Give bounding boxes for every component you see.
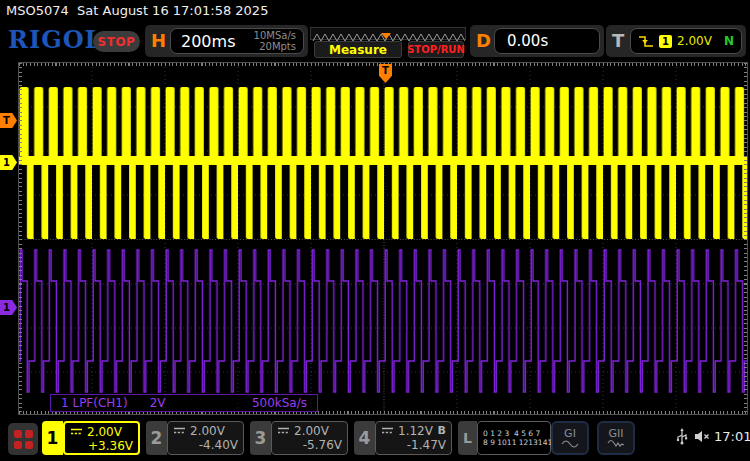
- usb-icon: [676, 428, 688, 445]
- channel-3-offset: -5.76V: [277, 438, 342, 453]
- channel-1-scale: 2.00V: [87, 425, 122, 439]
- horizontal-settings-panel[interactable]: H 200ms 10MSa/s 20Mpts: [145, 25, 308, 57]
- channel-4-badge[interactable]: 4 1.12V B -1.47V: [354, 421, 452, 455]
- generator-2-button[interactable]: GII: [597, 421, 635, 455]
- channel-1-offset: +3.36V: [70, 439, 133, 454]
- trigger-pill[interactable]: 1 2.00V N: [630, 28, 742, 54]
- channel-4-number: 4: [354, 421, 375, 455]
- math-function: 1 LPF(CH1): [61, 396, 128, 410]
- window-title: MSO5074 Sat August 16 17:01:58 2025: [6, 3, 268, 18]
- measure-button[interactable]: Measure: [314, 41, 402, 58]
- ch1-ground-marker[interactable]: 1: [0, 155, 17, 170]
- generator-1-label: GI: [564, 428, 576, 439]
- menu-grid-icon: [14, 430, 22, 438]
- waveform-traces: [19, 63, 747, 414]
- logic-analyzer-badge[interactable]: L 0 1 2 3 4 5 6 7 8 9 1011 12131415: [458, 421, 551, 455]
- logic-channels-row2: 8 9 1011 12131415: [483, 438, 550, 447]
- channel-1-badge[interactable]: 1 2.00V +3.36V: [42, 421, 140, 455]
- math-scale: 2V: [150, 396, 166, 410]
- channel-4-scale: 1.12V: [398, 424, 433, 438]
- waveform-display: T: [18, 62, 748, 415]
- logic-label: L: [458, 421, 477, 455]
- channel-2-badge[interactable]: 2 2.00V -4.40V: [146, 421, 244, 455]
- channel-4-offset: -1.47V: [381, 438, 446, 453]
- math-trace: [19, 63, 747, 414]
- delay-value: 0.00s: [507, 32, 548, 50]
- channel-2-number: 2: [146, 421, 167, 455]
- trigger-sweep-mode: N: [724, 34, 734, 48]
- delay-panel[interactable]: D 0.00s: [470, 25, 604, 57]
- falling-edge-icon: [638, 35, 654, 48]
- channel-3-scale: 2.00V: [294, 424, 329, 438]
- graticule-ticks-left: [19, 63, 22, 414]
- horizontal-label: H: [151, 30, 166, 51]
- timebase-value: 200ms: [181, 32, 235, 51]
- speaker-muted-icon: [694, 430, 711, 443]
- rigol-logo: RIGOL: [8, 25, 102, 54]
- oscilloscope-screen: MSO5074 Sat August 16 17:01:58 2025 RIGO…: [0, 0, 750, 461]
- delay-label: D: [476, 30, 491, 51]
- logic-channels-row1: 0 1 2 3 4 5 6 7: [483, 429, 550, 438]
- horizontal-position-strip[interactable]: [310, 27, 466, 40]
- math-sample-rate: 500kSa/s: [252, 396, 307, 410]
- timebase-pill[interactable]: 200ms 10MSa/s 20Mpts: [170, 28, 304, 54]
- math-channel-label[interactable]: 1 LPF(CH1) 2V 500kSa/s: [50, 394, 318, 412]
- channel-2-scale: 2.00V: [190, 424, 225, 438]
- acquisition-state-badge: STOP: [93, 31, 140, 52]
- channel-4-bw-limit: B: [438, 424, 446, 437]
- generator-1-button[interactable]: GI: [551, 421, 589, 455]
- trigger-label: T: [612, 30, 624, 51]
- channel-3-badge[interactable]: 3 2.00V -5.76V: [250, 421, 348, 455]
- noisy-sine-wave-icon: [607, 439, 625, 448]
- channel-2-offset: -4.40V: [173, 438, 238, 453]
- clock: 17:01: [714, 429, 750, 444]
- menu-button[interactable]: [8, 423, 38, 455]
- dc-coupling-icon: [381, 426, 394, 435]
- stop-run-button[interactable]: STOP/RUN: [408, 41, 464, 58]
- dc-coupling-icon: [277, 426, 290, 435]
- trigger-source-badge: 1: [659, 35, 672, 48]
- dc-coupling-icon: [70, 427, 83, 436]
- channel-3-number: 3: [250, 421, 271, 455]
- dc-coupling-icon: [173, 426, 186, 435]
- graticule-ticks-right: [744, 63, 747, 414]
- sample-rate: 10MSa/s: [254, 30, 296, 41]
- delay-pill[interactable]: 0.00s: [494, 28, 600, 54]
- sine-wave-icon: [561, 439, 579, 448]
- generator-2-label: GII: [608, 428, 623, 439]
- math-ground-marker[interactable]: 1: [0, 300, 17, 315]
- trigger-panel[interactable]: T 1 2.00V N: [606, 25, 746, 57]
- channel-1-number: 1: [42, 421, 63, 455]
- trigger-level-marker[interactable]: T: [0, 113, 17, 128]
- trigger-level-value: 2.00V: [677, 34, 712, 48]
- memory-depth: 20Mpts: [259, 41, 296, 52]
